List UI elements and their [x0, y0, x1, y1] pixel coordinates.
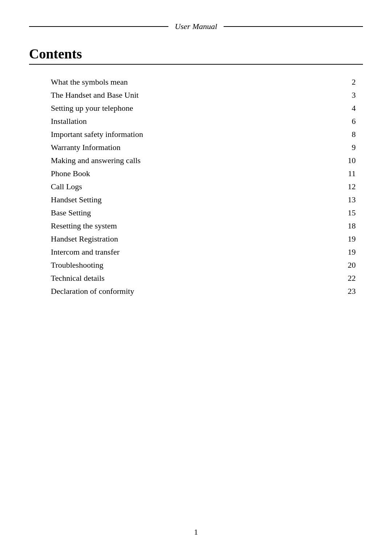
toc-row: Warranty Information9 — [29, 141, 363, 154]
toc-item-title: The Handset and Base Unit — [29, 89, 313, 102]
toc-item-title: Handset Setting — [29, 193, 313, 206]
toc-row: Technical details22 — [29, 272, 363, 285]
toc-item-title: Troubleshooting — [29, 259, 313, 272]
toc-row: Intercom and transfer19 — [29, 246, 363, 259]
toc-item-page: 11 — [313, 167, 363, 180]
toc-item-page: 19 — [313, 246, 363, 259]
toc-row: Declaration of conformity23 — [29, 285, 363, 298]
contents-section: Contents What the symbols mean2The Hands… — [29, 46, 363, 298]
toc-item-page: 20 — [313, 259, 363, 272]
header-left-line — [29, 26, 168, 27]
header-title: User Manual — [168, 22, 224, 31]
toc-item-title: Resetting the system — [29, 219, 313, 232]
toc-item-title: Base Setting — [29, 206, 313, 219]
toc-row: Installation6 — [29, 115, 363, 128]
page-number: 1 — [194, 527, 198, 536]
toc-item-page: 12 — [313, 180, 363, 193]
toc-row: Handset Registration19 — [29, 232, 363, 246]
toc-item-page: 23 — [313, 285, 363, 298]
toc-item-page: 19 — [313, 232, 363, 246]
header-right-line — [224, 26, 363, 27]
toc-item-title: Setting up your telephone — [29, 102, 313, 115]
toc-item-title: Handset Registration — [29, 232, 313, 246]
toc-row: Call Logs12 — [29, 180, 363, 193]
toc-item-title: What the symbols mean — [29, 76, 313, 89]
page-header: User Manual — [29, 22, 363, 31]
toc-item-title: Technical details — [29, 272, 313, 285]
toc-item-page: 18 — [313, 219, 363, 232]
page: User Manual Contents What the symbols me… — [0, 0, 392, 555]
toc-item-title: Intercom and transfer — [29, 246, 313, 259]
toc-row: Resetting the system18 — [29, 219, 363, 232]
toc-item-page: 10 — [313, 154, 363, 167]
toc-row: What the symbols mean2 — [29, 76, 363, 89]
toc-item-title: Making and answering calls — [29, 154, 313, 167]
toc-item-page: 4 — [313, 102, 363, 115]
toc-table: What the symbols mean2The Handset and Ba… — [29, 76, 363, 298]
toc-row: Important safety information8 — [29, 128, 363, 141]
toc-item-title: Important safety information — [29, 128, 313, 141]
toc-row: Troubleshooting20 — [29, 259, 363, 272]
toc-item-title: Warranty Information — [29, 141, 313, 154]
page-footer: 1 — [0, 527, 392, 537]
toc-item-title: Phone Book — [29, 167, 313, 180]
toc-row: Phone Book11 — [29, 167, 363, 180]
toc-item-page: 22 — [313, 272, 363, 285]
toc-row: Handset Setting13 — [29, 193, 363, 206]
toc-item-page: 8 — [313, 128, 363, 141]
toc-item-page: 9 — [313, 141, 363, 154]
toc-item-page: 13 — [313, 193, 363, 206]
toc-row: The Handset and Base Unit3 — [29, 89, 363, 102]
toc-item-title: Installation — [29, 115, 313, 128]
toc-item-title: Call Logs — [29, 180, 313, 193]
toc-item-page: 15 — [313, 206, 363, 219]
toc-row: Making and answering calls10 — [29, 154, 363, 167]
toc-row: Base Setting15 — [29, 206, 363, 219]
toc-item-title: Declaration of conformity — [29, 285, 313, 298]
toc-item-page: 6 — [313, 115, 363, 128]
contents-heading: Contents — [29, 46, 363, 65]
toc-item-page: 2 — [313, 76, 363, 89]
toc-item-page: 3 — [313, 89, 363, 102]
toc-row: Setting up your telephone4 — [29, 102, 363, 115]
